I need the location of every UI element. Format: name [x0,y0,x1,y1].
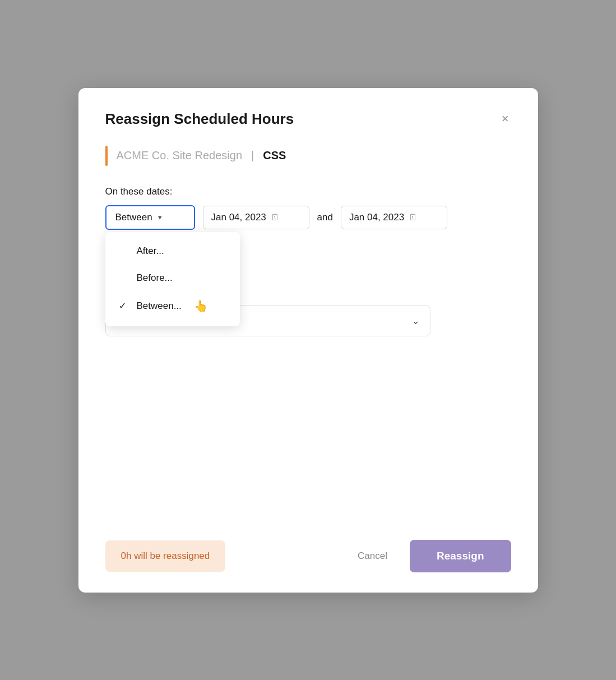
reassign-modal: Reassign Scheduled Hours × ACME Co. Site… [78,88,538,593]
end-date-input[interactable]: Jan 04, 2023 🗓 [341,206,447,229]
date-range-dropdown-menu: ✓ After... ✓ Before... ✓ Between... 👆 [105,232,240,326]
date-range-dropdown[interactable]: Between ▾ [105,205,195,230]
before-label: Before... [137,272,173,284]
reassign-button[interactable]: Reassign [410,540,511,572]
assignee-dropdown-arrow-icon: ⌄ [411,314,420,327]
dropdown-selected-label: Between [115,212,152,223]
between-check-icon: ✓ [119,300,129,311]
start-calendar-icon: 🗓 [271,212,280,223]
start-date-input[interactable]: Jan 04, 2023 🗓 [203,206,309,229]
start-date-value: Jan 04, 2023 [211,212,266,223]
date-row: Between ▾ Jan 04, 2023 🗓 and Jan 04, 202… [105,205,511,230]
project-name: ACME Co. Site Redesign [117,149,243,162]
project-phase: CSS [263,149,286,162]
cancel-button[interactable]: Cancel [346,543,399,570]
dropdown-item-between[interactable]: ✓ Between... 👆 [105,292,240,321]
close-button[interactable]: × [499,110,511,127]
end-calendar-icon: 🗓 [409,212,418,223]
modal-title: Reassign Scheduled Hours [105,110,294,128]
footer-actions: Cancel Reassign [346,540,511,572]
dropdown-item-after[interactable]: ✓ After... [105,238,240,265]
dropdown-arrow-icon: ▾ [158,213,162,221]
and-text: and [317,212,333,223]
between-label: Between... [137,300,182,312]
dropdown-item-before[interactable]: ✓ Before... [105,265,240,292]
after-label: After... [137,246,164,257]
project-accent [105,146,108,166]
project-separator: | [251,149,254,162]
end-date-value: Jan 04, 2023 [349,212,404,223]
reassign-info-badge: 0h will be reassigned [105,540,226,572]
modal-header: Reassign Scheduled Hours × [105,110,511,128]
dates-section-label: On these dates: [105,186,511,197]
pointer-cursor-icon: 👆 [194,299,208,313]
project-bar: ACME Co. Site Redesign | CSS [105,146,511,166]
spacer [105,336,511,515]
modal-footer: 0h will be reassigned Cancel Reassign [105,529,511,572]
